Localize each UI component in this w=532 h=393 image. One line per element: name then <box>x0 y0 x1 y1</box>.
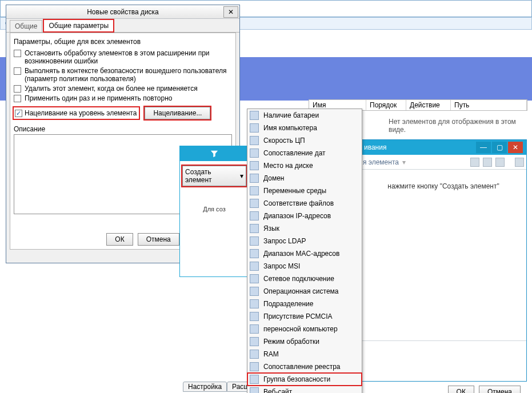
create-element-label: Создать элемент <box>185 168 238 184</box>
menu-item[interactable]: Присутствие PCMCIA <box>247 310 362 323</box>
menu-item[interactable]: Сетевое подключение <box>247 272 362 285</box>
col-path[interactable]: Путь <box>451 100 527 110</box>
menu-item-icon <box>250 287 259 296</box>
col-order[interactable]: Порядок <box>366 100 406 110</box>
menu-item[interactable]: Подразделение <box>247 298 362 310</box>
menu-item-icon <box>250 199 259 208</box>
check-label: Остановить обработку элементов в этом ра… <box>25 49 232 65</box>
menu-item[interactable]: переносной компьютер <box>247 323 362 335</box>
menu-item-icon <box>250 337 259 346</box>
tab-common-params[interactable]: Общие параметры <box>43 19 114 32</box>
menu-item[interactable]: Группа безопасности <box>247 373 362 386</box>
paste-icon[interactable] <box>495 158 505 167</box>
check-apply-once-row[interactable]: Применить один раз и не применять повтор… <box>14 94 232 102</box>
menu-item[interactable]: RAM <box>247 348 362 360</box>
menu-item-icon <box>250 274 259 283</box>
targeting-hint: нажмите кнопку "Создать элемент" <box>387 182 499 190</box>
menu-item[interactable]: Соответствие файлов <box>247 197 362 210</box>
menu-item[interactable]: Имя компьютера <box>247 122 362 134</box>
menu-item-label: Соответствие файлов <box>263 199 334 207</box>
check-label: Выполнять в контексте безопасности вошед… <box>25 67 232 83</box>
menu-item-icon <box>250 149 259 158</box>
menu-item-icon <box>250 211 259 220</box>
menu-item[interactable]: Запрос LDAP <box>247 235 362 247</box>
close-button[interactable]: ✕ <box>508 142 523 153</box>
menu-item[interactable]: Наличие батареи <box>247 109 362 122</box>
chevron-down-icon: ▾ <box>240 172 243 180</box>
menu-item-icon <box>250 324 259 334</box>
menu-item-icon <box>250 375 259 384</box>
ok-button[interactable]: ОК <box>106 233 133 246</box>
menu-item-icon <box>250 299 259 308</box>
menu-item-label: Подразделение <box>263 300 313 308</box>
dialog-titlebar[interactable]: Новые свойства диска ✕ <box>6 5 239 19</box>
check-stop-on-error-row[interactable]: Остановить обработку элементов в этом ра… <box>14 49 232 65</box>
menu-item[interactable]: Операционная система <box>247 285 362 298</box>
tab-general[interactable]: Общие <box>10 20 42 32</box>
menu-item-icon <box>250 312 259 321</box>
bottom-tab-settings[interactable]: Настройка <box>183 382 227 392</box>
dialog-title: Новые свойства диска <box>87 8 159 16</box>
menu-item[interactable]: Сопоставление реестра <box>247 360 362 373</box>
maximize-button[interactable]: ▢ <box>492 142 507 153</box>
targeting-titlebar[interactable]: ивания — ▢ ✕ <box>361 140 526 155</box>
check-label: Удалить этот элемент, когда он более не … <box>25 85 198 93</box>
item-level-targeting-check[interactable]: Нацеливание на уровень элемента <box>14 107 139 119</box>
menu-item[interactable]: Диапазон IP-адресов <box>247 210 362 222</box>
targeting-body: нажмите кнопку "Создать элемент" <box>361 170 526 341</box>
col-action[interactable]: Действие <box>406 100 451 110</box>
targeting-button[interactable]: Нацеливание... <box>145 107 210 119</box>
menu-item[interactable]: Сопоставление дат <box>247 147 362 159</box>
section-title: Параметры, общие для всех элементов <box>14 38 232 46</box>
targeting-editor-window: ивания — ▢ ✕ я элемента ▾ нажмите кнопку… <box>360 139 527 382</box>
menu-item[interactable]: Язык <box>247 222 362 235</box>
check-remove-row[interactable]: Удалить этот элемент, когда он более не … <box>14 85 232 93</box>
toolbar-crumbs: я элемента <box>363 158 399 166</box>
menu-item-label: Переменные среды <box>263 187 326 195</box>
funnel-icon <box>210 150 218 158</box>
copy-icon[interactable] <box>483 158 492 167</box>
menu-item[interactable]: Режим обработки <box>247 335 362 348</box>
check-user-context-row[interactable]: Выполнять в контексте безопасности вошед… <box>14 67 232 83</box>
checkbox-icon[interactable] <box>14 95 21 102</box>
menu-item[interactable]: Диапазон MAC-адресов <box>247 247 362 260</box>
cancel-button[interactable]: Отмена <box>138 233 179 246</box>
menu-item-label: Домен <box>263 174 285 182</box>
menu-item-icon <box>250 111 259 120</box>
menu-item[interactable]: Запрос MSI <box>247 260 362 272</box>
menu-item-icon <box>250 262 259 271</box>
menu-item-icon <box>250 362 259 371</box>
checkbox-icon[interactable] <box>14 85 21 93</box>
menu-item-icon <box>250 350 259 359</box>
delete-icon[interactable] <box>515 158 524 167</box>
menu-item-label: Сопоставление дат <box>263 149 326 157</box>
checkbox-icon[interactable] <box>14 50 21 57</box>
menu-item-icon <box>250 387 259 393</box>
dialog-tabs: Общие Общие параметры <box>6 19 239 33</box>
menu-item[interactable]: Переменные среды <box>247 185 362 197</box>
close-button[interactable]: ✕ <box>223 6 238 18</box>
targeting-title-text: ивания <box>364 143 386 151</box>
cancel-button[interactable]: Отмена <box>479 386 521 393</box>
targeting-type-menu[interactable]: Наличие батареиИмя компьютераСкорость ЦП… <box>247 109 362 393</box>
menu-item-icon <box>250 224 259 233</box>
menu-item[interactable]: Домен <box>247 172 362 185</box>
minimize-button[interactable]: — <box>476 142 491 153</box>
menu-item[interactable]: Место на диске <box>247 159 362 172</box>
menu-item-label: Наличие батареи <box>263 111 319 119</box>
create-element-button[interactable]: Создать элемент ▾ <box>182 166 246 186</box>
menu-item[interactable]: Скорость ЦП <box>247 134 362 147</box>
menu-item-label: Запрос LDAP <box>263 237 306 245</box>
checkbox-icon[interactable] <box>14 67 21 75</box>
menu-item-label: Диапазон MAC-адресов <box>263 250 339 258</box>
menu-item[interactable]: Веб-сайт <box>247 386 362 393</box>
targeting-toolbar: я элемента ▾ <box>361 155 526 170</box>
targeting-lower-pane <box>361 341 526 375</box>
targeting-check-label: Нацеливание на уровень элемента <box>25 109 137 117</box>
checkbox-icon[interactable] <box>15 110 22 117</box>
ok-button[interactable]: ОК <box>448 386 474 393</box>
menu-item-icon <box>250 249 259 258</box>
check-label: Применить один раз и не применять повтор… <box>25 94 172 102</box>
cut-icon[interactable] <box>470 158 479 167</box>
menu-item-label: Веб-сайт <box>263 388 292 393</box>
